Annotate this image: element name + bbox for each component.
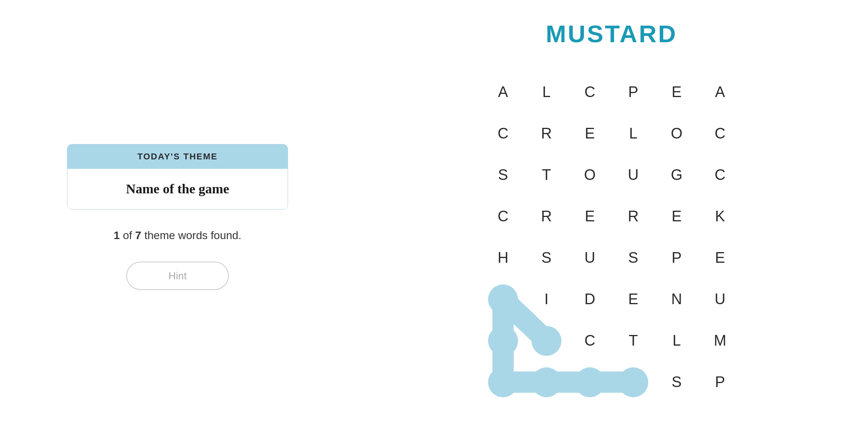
hint-button[interactable]: Hint	[126, 262, 229, 290]
grid-cell[interactable]: U	[481, 279, 525, 320]
grid-cell[interactable]: P	[612, 71, 655, 113]
found-of: of	[123, 229, 135, 241]
left-panel: TODAY'S THEME Name of the game 1 of 7 th…	[0, 0, 355, 434]
grid-cell[interactable]: C	[481, 113, 525, 154]
grid-cell[interactable]: M	[698, 320, 742, 361]
highlighted-letter: M	[531, 326, 561, 356]
grid-cell[interactable]: A	[698, 71, 742, 113]
grid-cell[interactable]: M	[525, 320, 568, 361]
grid-cell[interactable]: O	[568, 154, 612, 196]
grid-cell[interactable]: L	[655, 320, 698, 361]
highlighted-letter: A	[531, 367, 561, 397]
grid-cell[interactable]: R	[525, 196, 568, 237]
grid-cell[interactable]: C	[568, 71, 612, 113]
grid-cell[interactable]: D	[568, 279, 612, 320]
grid-cell[interactable]: L	[612, 113, 655, 154]
grid-cell[interactable]: T	[481, 361, 525, 403]
grid-cell[interactable]: P	[698, 361, 742, 403]
grid-cell[interactable]: E	[655, 71, 698, 113]
grid-cell[interactable]: K	[698, 196, 742, 237]
grid-cell[interactable]: R	[568, 361, 612, 403]
grid-cell[interactable]: H	[481, 237, 525, 279]
grid-cell[interactable]: R	[525, 113, 568, 154]
grid-cell[interactable]: E	[612, 279, 655, 320]
word-title: MUSTARD	[546, 20, 677, 48]
hint-label: Hint	[168, 270, 187, 282]
highlighted-letter: D	[618, 367, 648, 397]
grid-cell[interactable]: U	[568, 237, 612, 279]
grid-cell[interactable]: P	[655, 237, 698, 279]
grid-cell[interactable]: E	[568, 196, 612, 237]
highlighted-letter: R	[575, 367, 605, 397]
grid-cell[interactable]: C	[698, 113, 742, 154]
grid-cell[interactable]: O	[655, 113, 698, 154]
found-text: 1 of 7 theme words found.	[114, 229, 241, 242]
grid-cell[interactable]: S	[481, 154, 525, 196]
grid-cell[interactable]: L	[525, 71, 568, 113]
grid-cell[interactable]: S	[655, 361, 698, 403]
grid-cell[interactable]: E	[698, 237, 742, 279]
grid-cell[interactable]: U	[612, 154, 655, 196]
found-suffix: theme words found.	[144, 229, 241, 241]
found-count: 1	[114, 229, 120, 241]
grid-cell[interactable]: E	[568, 113, 612, 154]
grid-cell[interactable]: I	[525, 279, 568, 320]
grid-cell[interactable]: E	[655, 196, 698, 237]
grid-cell[interactable]: G	[655, 154, 698, 196]
grid-cell[interactable]: A	[525, 361, 568, 403]
grid-cell[interactable]: N	[655, 279, 698, 320]
theme-header: TODAY'S THEME	[67, 144, 288, 169]
highlighted-letter: S	[488, 326, 518, 356]
grid-cell[interactable]: S	[612, 237, 655, 279]
grid-cell[interactable]: C	[481, 196, 525, 237]
grid-cell[interactable]: T	[525, 154, 568, 196]
right-panel: MUSTARD ALCPEACRELOCSTOUGCCREREKHSUSPEUI…	[355, 0, 868, 434]
highlighted-letter: T	[488, 367, 518, 397]
grid-cell[interactable]: C	[568, 320, 612, 361]
theme-box: TODAY'S THEME Name of the game	[67, 144, 288, 210]
grid-cell[interactable]: A	[481, 71, 525, 113]
grid-cell[interactable]: U	[698, 279, 742, 320]
grid-cell[interactable]: C	[698, 154, 742, 196]
grid-cell[interactable]: D	[612, 361, 655, 403]
grid-cell[interactable]: S	[481, 320, 525, 361]
grid-cell[interactable]: T	[612, 320, 655, 361]
highlighted-letter: U	[488, 284, 518, 314]
letter-grid: ALCPEACRELOCSTOUGCCREREKHSUSPEUIDENUSMCT…	[481, 71, 742, 403]
grid-cell[interactable]: S	[525, 237, 568, 279]
found-total: 7	[135, 229, 142, 241]
theme-name: Name of the game	[67, 169, 288, 209]
grid-cell[interactable]: R	[612, 196, 655, 237]
